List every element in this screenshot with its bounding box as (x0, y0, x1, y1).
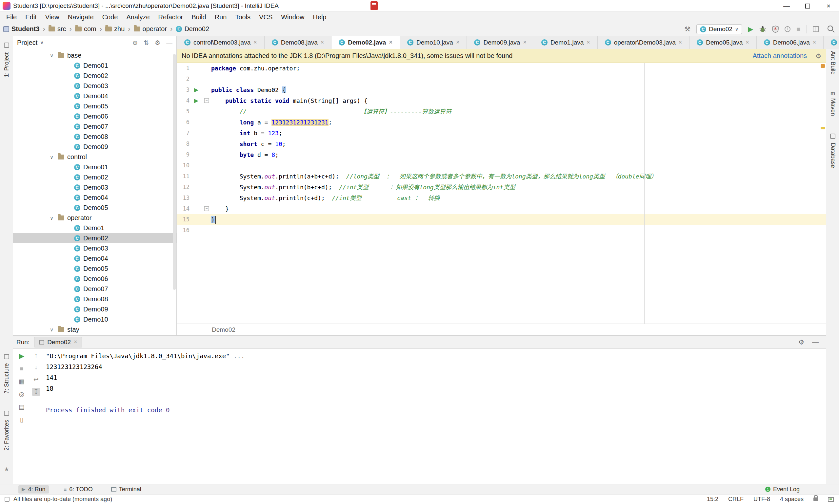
menu-item-window[interactable]: Window (277, 14, 309, 21)
editor-line[interactable]: 12 System.out.println(b+c+d); //int类型 ：如… (177, 182, 826, 193)
tree-class-demo09[interactable]: CDemo09 (13, 142, 176, 152)
maximize-button[interactable] (797, 0, 818, 12)
menu-item-file[interactable]: File (2, 14, 21, 21)
tree-folder-stay[interactable]: ∨stay (13, 325, 176, 335)
error-stripe-mark[interactable] (821, 127, 825, 129)
menu-item-edit[interactable]: Edit (21, 14, 41, 21)
layout-icon[interactable] (813, 26, 819, 32)
menu-item-refactor[interactable]: Refactor (154, 14, 188, 21)
collapse-all-icon[interactable]: ⇅ (143, 39, 149, 47)
rerun-button[interactable]: ▶ (19, 352, 24, 360)
restore-layout-icon[interactable]: ▦ (19, 378, 24, 385)
chevron-down-icon[interactable]: ∨ (40, 40, 44, 46)
project-scrollbar[interactable] (173, 54, 176, 290)
tab-operator-demo03-java[interactable]: Coperator\Demo03.java× (598, 36, 690, 49)
attach-annotations-link[interactable]: Attach annotations (752, 52, 807, 59)
menu-item-vcs[interactable]: VCS (255, 14, 277, 21)
close-icon[interactable]: × (679, 39, 682, 46)
run-button[interactable]: ▶ (748, 25, 753, 33)
tree-class-demo07[interactable]: CDemo07 (13, 284, 176, 294)
menu-item-build[interactable]: Build (187, 14, 210, 21)
editor-line[interactable]: 10 (177, 160, 826, 171)
line-separator-select[interactable]: CRLF (728, 496, 743, 503)
breadcrumb-zhu[interactable]: zhu (105, 25, 124, 33)
menu-item-run[interactable]: Run (210, 14, 231, 21)
editor-line[interactable]: 8 short c = 10; (177, 139, 826, 149)
breadcrumb-demo02[interactable]: CDemo02 (176, 25, 209, 33)
menu-item-navigate[interactable]: Navigate (64, 14, 98, 21)
run-gutter-icon[interactable]: ▶ (194, 95, 198, 106)
encoding-select[interactable]: UTF-8 (753, 496, 770, 503)
tree-class-demo04[interactable]: CDemo04 (13, 253, 176, 264)
gear-icon[interactable]: ⚙ (798, 338, 804, 346)
breadcrumb-operator[interactable]: operator (134, 25, 167, 33)
editor-line[interactable]: 3▶public class Demo02 { (177, 85, 826, 95)
favorites-star-icon[interactable]: ★ (4, 466, 9, 473)
hide-panel-icon[interactable]: — (166, 39, 172, 46)
editor-line[interactable]: 14− } (177, 203, 826, 214)
close-icon[interactable]: × (74, 339, 78, 345)
tree-class-demo02[interactable]: CDemo02 (13, 172, 176, 182)
menu-item-analyze[interactable]: Analyze (122, 14, 154, 21)
tree-class-demo09[interactable]: CDemo09 (13, 304, 176, 314)
hide-panel-icon[interactable]: — (812, 338, 819, 346)
menu-item-tools[interactable]: Tools (231, 14, 255, 21)
print-icon[interactable]: ▤ (19, 403, 24, 411)
chevron-down-icon[interactable]: ∨ (50, 215, 58, 221)
tab-demo05-java[interactable]: CDemo05.java× (689, 36, 756, 49)
tree-class-demo03[interactable]: CDemo03 (13, 182, 176, 193)
down-arrow-icon[interactable]: ↓ (34, 364, 38, 371)
soft-wrap-icon[interactable]: ↩ (33, 376, 39, 383)
tab-demo06-java[interactable]: CDemo06.java× (757, 36, 824, 49)
run-gutter-icon[interactable]: ▶ (194, 85, 198, 95)
monitor-icon[interactable] (828, 497, 834, 502)
run-tab[interactable]: Demo02 × (34, 337, 82, 347)
tree-class-demo1[interactable]: CDemo1 (13, 223, 176, 233)
tool-stripe-maven[interactable]: mMaven (829, 90, 836, 116)
tree-folder-base[interactable]: ∨base (13, 50, 176, 60)
editor-line[interactable]: 5 // 【运算符】---------算数运算符 (177, 106, 826, 117)
tool-tab-4-run[interactable]: ▶4: Run (18, 485, 49, 493)
close-icon[interactable]: × (456, 39, 460, 46)
editor-line[interactable]: 11 System.out.println(a+b+c+d); //long类型… (177, 171, 826, 182)
indent-select[interactable]: 4 spaces (780, 496, 804, 503)
scroll-to-end-icon[interactable]: ↧ (32, 388, 40, 396)
tree-class-demo05[interactable]: CDemo05 (13, 101, 176, 111)
tree-class-demo08[interactable]: CDemo08 (13, 294, 176, 304)
editor-line[interactable]: 15} (177, 214, 826, 225)
tree-class-demo01[interactable]: CDemo01 (13, 60, 176, 71)
up-arrow-icon[interactable]: ↑ (34, 352, 38, 359)
tree-class-demo03[interactable]: CDemo03 (13, 243, 176, 253)
editor-line[interactable]: 2 (177, 74, 826, 85)
editor-line[interactable]: 6 long a = 1231231231231231; (177, 117, 826, 128)
tree-folder-control[interactable]: ∨control (13, 152, 176, 162)
editor-line[interactable]: 16 (177, 225, 826, 236)
tab-demo1-java[interactable]: CDemo1.java× (534, 36, 598, 49)
editor-line[interactable]: 1package com.zhu.operator; (177, 63, 826, 74)
tree-class-demo03[interactable]: CDemo03 (13, 81, 176, 91)
tool-stripe-7-structure[interactable]: 7: Structure (3, 352, 10, 394)
project-tool-icon[interactable] (4, 42, 9, 48)
tool-tab-6-todo[interactable]: ≡6: TODO (61, 485, 96, 493)
fold-icon[interactable]: − (204, 206, 209, 211)
pin-icon[interactable]: ◎ (19, 390, 24, 398)
chevron-down-icon[interactable]: ∨ (50, 327, 58, 333)
tree-class-demo02[interactable]: CDemo02 (13, 71, 176, 81)
code-editor[interactable]: 1package com.zhu.operator;23▶public clas… (177, 63, 826, 324)
menu-item-code[interactable]: Code (98, 14, 122, 21)
tab-control-demo03-java[interactable]: Ccontrol\Demo03.java× (177, 36, 264, 49)
search-icon[interactable] (827, 25, 833, 32)
console-output[interactable]: "D:\Program Files\Java\jdk1.8.0_341\bin\… (46, 351, 823, 484)
editor-line[interactable]: 9 byte d = 8; (177, 149, 826, 160)
tab-demo02-java[interactable]: CDemo02.java× (331, 36, 400, 49)
chevron-down-icon[interactable]: ∨ (50, 53, 58, 59)
tree-class-demo05[interactable]: CDemo05 (13, 264, 176, 274)
gear-icon[interactable]: ⚙ (155, 39, 160, 47)
tree-class-demo05[interactable]: CDemo05 (13, 203, 176, 213)
tree-class-demo04[interactable]: CDemo04 (13, 91, 176, 101)
close-icon[interactable]: × (523, 39, 527, 46)
tree-class-demo07[interactable]: CDemo07 (13, 122, 176, 132)
close-button[interactable]: × (818, 0, 839, 12)
close-icon[interactable]: × (389, 39, 392, 46)
menu-item-view[interactable]: View (41, 14, 64, 21)
